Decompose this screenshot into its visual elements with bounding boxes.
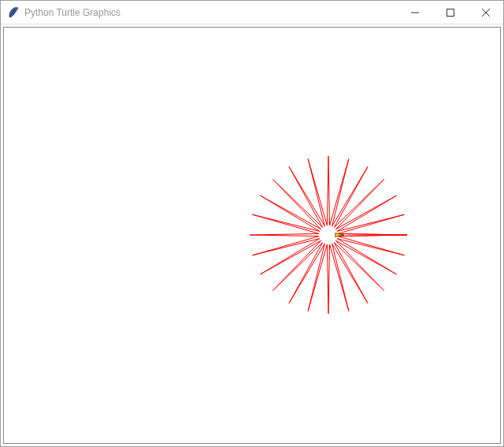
titlebar[interactable]: Python Turtle Graphics bbox=[1, 1, 503, 24]
minimize-button[interactable] bbox=[397, 1, 432, 24]
svg-rect-2 bbox=[447, 9, 454, 16]
minimize-icon bbox=[411, 9, 419, 17]
turtle-drawing bbox=[4, 28, 500, 444]
app-window: Python Turtle Graphics bbox=[0, 0, 504, 447]
turtle-canvas-area bbox=[3, 27, 501, 444]
maximize-button[interactable] bbox=[432, 1, 468, 24]
turtle-feather-icon bbox=[7, 6, 20, 19]
maximize-icon bbox=[447, 9, 454, 17]
close-button[interactable] bbox=[468, 1, 503, 24]
close-icon bbox=[482, 9, 490, 17]
window-title: Python Turtle Graphics bbox=[24, 7, 397, 18]
star-path bbox=[250, 156, 407, 314]
window-controls bbox=[397, 1, 503, 24]
